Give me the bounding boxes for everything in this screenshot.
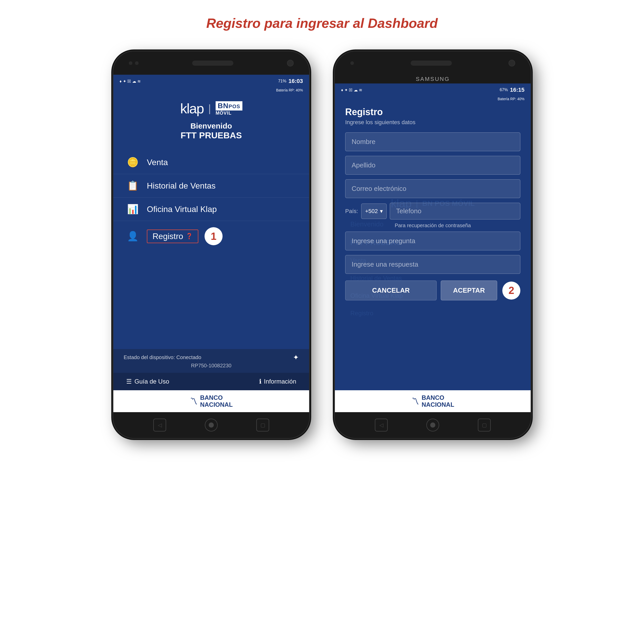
menu-item-venta[interactable]: 🪙 Venta [113,151,309,174]
status-icons: ♦ ✦ ☒ ☁ ≋ [120,79,141,84]
correo-field[interactable]: Correo electrónico [345,179,520,198]
nav-recent-2[interactable]: ▢ [478,419,491,431]
bottom-bezel-1: ◁ ▢ [113,412,309,438]
sensor-1 [129,61,132,65]
country-select[interactable]: +502 ▾ [361,204,387,219]
registro-icon: 👤 [126,231,139,242]
footer-guide-label: Guía de Uso [134,378,169,385]
device-status-1: Estado del dispositivo: Conectado ✦ RP75… [113,349,309,373]
info-icon: ℹ [259,378,261,385]
registro-form-title: Registro [345,107,520,117]
dropdown-arrow: ▾ [380,208,383,215]
banco-text-1: BANCO NACIONAL [200,394,233,408]
status-icons-left: ♦ ✦ ☒ ☁ ≋ [120,79,141,84]
nombre-field[interactable]: Nombre [345,132,520,151]
phone-1: ♦ ✦ ☒ ☁ ≋ 71% 16:03 Batería RP: 40% klap… [113,52,309,438]
oficina-label: Oficina Virtual Klap [147,205,217,214]
badge-2: 2 [502,282,520,300]
speaker [192,61,233,66]
banco-text-2: BANCO NACIONAL [422,394,454,408]
battery-level: 71% [278,79,286,83]
registration-form: Nombre Apellido Correo electrónico País:… [335,128,531,390]
banco-logo-1: 〽 BANCO NACIONAL [113,390,309,412]
page-title: Registro para ingresar al Dashboard [206,15,438,31]
clock-2: 16:15 [510,87,524,93]
registro-form-subtitle: Ingrese los siguientes datos [345,119,520,126]
app-footer-1: ☰ Guía de Uso ℹ Información [113,373,309,390]
phones-container: ♦ ✦ ☒ ☁ ≋ 71% 16:03 Batería RP: 40% klap… [113,52,531,438]
nav-home-2[interactable] [426,419,439,431]
sensor-2a [350,61,354,65]
pregunta-field[interactable]: Ingrese una pregunta [345,232,520,250]
footer-info-label: Información [264,378,296,385]
registro-screen: klap | BN POS MÓVIL Bienvenido FTT PRUEB… [335,101,531,412]
screen-1: klap | BNPOS MÓVIL Bienvenido FTT PRUEBA… [113,93,309,412]
menu-item-oficina[interactable]: 📊 Oficina Virtual Klap [113,198,309,221]
device-status-text: Estado del dispositivo: Conectado [124,354,201,360]
samsung-brand: SAMSUNG [335,75,531,83]
nav-recent[interactable]: ▢ [256,419,269,431]
top-bezel-2 [335,52,531,75]
apellido-field[interactable]: Apellido [345,156,520,175]
logo-klap-1: klap [180,100,204,116]
camera [287,60,294,66]
bottom-bezel-2: ◁ ▢ [335,412,531,438]
menu-icon-footer: ☰ [126,378,132,385]
telefono-field[interactable]: Telefono [390,203,520,219]
menu-item-registro[interactable]: 👤 Registro ❓ 1 [113,221,309,251]
status-bar-2: ♦ ✦ ☒ ☁ ≋ 67% 16:15 [335,83,531,96]
help-icon: ❓ [186,233,193,240]
app-header-1: klap | BNPOS MÓVIL Bienvenido FTT PRUEBA… [113,93,309,146]
badge-1: 1 [205,227,223,245]
registro-wrapper: Registro ❓ 1 [147,227,223,245]
footer-guide[interactable]: ☰ Guía de Uso [126,378,169,385]
logo-bn-text-1: BNPOS [216,101,242,111]
historial-icon: 📋 [126,180,139,191]
respuesta-field[interactable]: Ingrese una respuesta [345,255,520,274]
battery-rp-2: Batería RP: 40% [335,96,531,101]
registro-label: Registro [152,232,183,241]
historial-label: Historial de Ventas [147,181,216,191]
nav-back-2[interactable]: ◁ [375,419,388,431]
speaker-2 [411,61,452,66]
cancel-button[interactable]: CANCELAR [345,281,437,300]
status-icons-left-2: ♦ ✦ ☒ ☁ ≋ [341,88,362,92]
bluetooth-icon: ✦ [293,353,299,362]
sensors [129,61,139,65]
phone-2: SAMSUNG ♦ ✦ ☒ ☁ ≋ 67% 16:15 Batería RP: … [335,52,531,438]
logo-movil-1: MÓVIL [216,111,232,116]
sensors-2 [350,61,354,65]
sensor-2 [135,61,139,65]
country-code: +502 [365,208,378,215]
form-buttons: CANCELAR ACEPTAR 2 [345,281,520,300]
venta-label: Venta [147,158,168,167]
footer-info[interactable]: ℹ Información [259,378,296,385]
user-name-1: FTT PRUEBAS [124,130,299,140]
menu-item-historial[interactable]: 📋 Historial de Ventas [113,174,309,198]
menu-list-1: 🪙 Venta 📋 Historial de Ventas 📊 Oficina … [113,146,309,349]
banco-logo-2: 〽 BANCO NACIONAL [335,390,531,412]
logo-bn-1: BNPOS MÓVIL [216,101,242,116]
form-overlay: Registro Ingrese los siguientes datos No… [335,101,531,412]
nav-back[interactable]: ◁ [153,419,166,431]
status-icons-2: ♦ ✦ ☒ ☁ ≋ [341,88,362,92]
device-id: RP750-10082230 [124,363,299,369]
device-status-row: Estado del dispositivo: Conectado ✦ [124,353,299,362]
status-bar-1: ♦ ✦ ☒ ☁ ≋ 71% 16:03 [113,75,309,88]
recovery-label: Para recuperación de contraseña [345,223,520,228]
battery-rp-1: Batería RP: 40% [113,88,309,93]
phone-row: País: +502 ▾ Telefono [345,203,520,219]
banco-icon-2: 〽 [411,397,419,406]
top-bezel [113,52,309,75]
camera-2 [509,60,515,66]
accept-row: ACEPTAR 2 [441,281,520,300]
clock: 16:03 [289,78,303,84]
status-right: 71% 16:03 [278,78,303,84]
banco-icon-1: 〽 [190,397,198,406]
app-logo-1: klap | BNPOS MÓVIL [124,100,299,116]
accept-button[interactable]: ACEPTAR [441,281,497,300]
nav-home[interactable] [205,419,218,431]
registro-border: Registro ❓ [147,230,198,243]
battery-level-2: 67% [500,88,508,92]
venta-icon: 🪙 [126,157,139,168]
